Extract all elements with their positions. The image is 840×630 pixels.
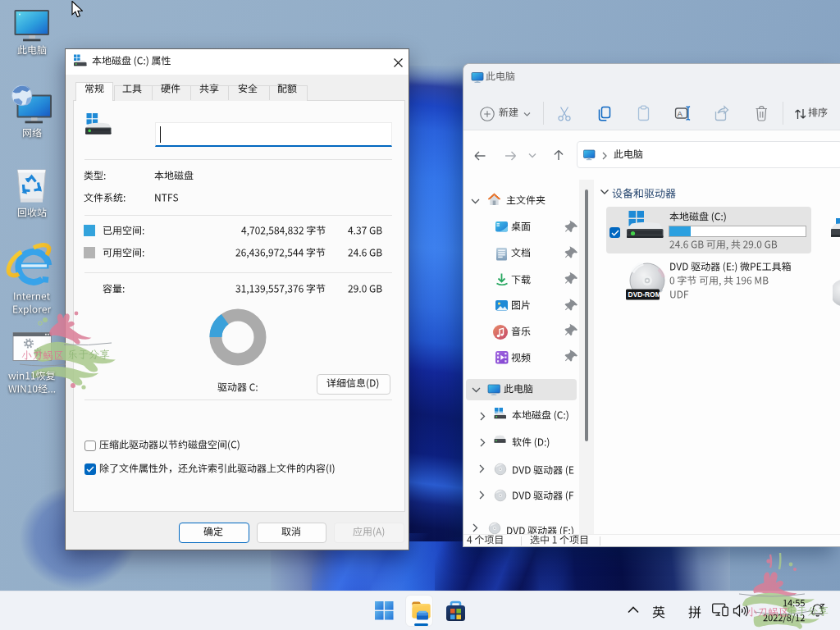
svg-text:A: A — [678, 109, 683, 118]
svg-text:DVD-ROM: DVD-ROM — [628, 290, 661, 299]
